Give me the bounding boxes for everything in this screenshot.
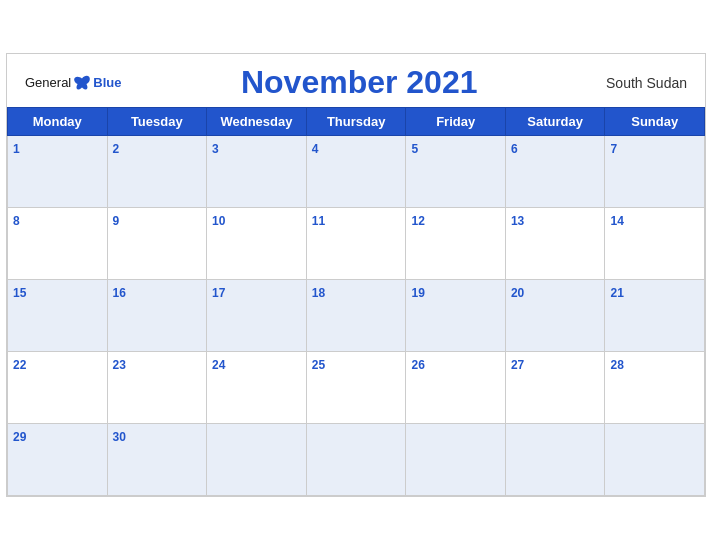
calendar-cell-w2-d2: 9 <box>107 208 207 280</box>
calendar-cell-w1-d7: 7 <box>605 136 705 208</box>
calendar-cell-w2-d5: 12 <box>406 208 505 280</box>
calendar-container: General Blue November 2021 South Sudan M… <box>6 53 706 497</box>
day-number: 14 <box>610 214 623 228</box>
day-number: 30 <box>113 430 126 444</box>
calendar-cell-w4-d6: 27 <box>505 352 605 424</box>
week-row-3: 15161718192021 <box>8 280 705 352</box>
week-row-1: 1234567 <box>8 136 705 208</box>
day-number: 28 <box>610 358 623 372</box>
week-row-5: 2930 <box>8 424 705 496</box>
day-number: 22 <box>13 358 26 372</box>
calendar-cell-w2-d1: 8 <box>8 208 108 280</box>
header-sunday: Sunday <box>605 108 705 136</box>
calendar-cell-w2-d7: 14 <box>605 208 705 280</box>
day-number: 17 <box>212 286 225 300</box>
calendar-cell-w5-d3 <box>207 424 307 496</box>
day-number: 23 <box>113 358 126 372</box>
country-label: South Sudan <box>597 75 687 91</box>
day-number: 1 <box>13 142 20 156</box>
calendar-cell-w4-d1: 22 <box>8 352 108 424</box>
logo-blue-text: Blue <box>93 75 121 90</box>
day-number: 3 <box>212 142 219 156</box>
day-number: 2 <box>113 142 120 156</box>
header-wednesday: Wednesday <box>207 108 307 136</box>
calendar-cell-w1-d4: 4 <box>306 136 406 208</box>
day-number: 27 <box>511 358 524 372</box>
header-thursday: Thursday <box>306 108 406 136</box>
calendar-cell-w3-d2: 16 <box>107 280 207 352</box>
calendar-cell-w5-d7 <box>605 424 705 496</box>
week-row-4: 22232425262728 <box>8 352 705 424</box>
day-number: 12 <box>411 214 424 228</box>
calendar-cell-w3-d6: 20 <box>505 280 605 352</box>
calendar-cell-w4-d2: 23 <box>107 352 207 424</box>
calendar-header: General Blue November 2021 South Sudan <box>7 54 705 107</box>
header-monday: Monday <box>8 108 108 136</box>
logo-text: General Blue <box>25 75 121 91</box>
week-row-2: 891011121314 <box>8 208 705 280</box>
day-number: 11 <box>312 214 325 228</box>
calendar-cell-w2-d3: 10 <box>207 208 307 280</box>
day-number: 25 <box>312 358 325 372</box>
day-number: 4 <box>312 142 319 156</box>
header-saturday: Saturday <box>505 108 605 136</box>
calendar-cell-w5-d6 <box>505 424 605 496</box>
calendar-cell-w2-d4: 11 <box>306 208 406 280</box>
calendar-cell-w1-d3: 3 <box>207 136 307 208</box>
day-number: 15 <box>13 286 26 300</box>
calendar-cell-w4-d7: 28 <box>605 352 705 424</box>
day-number: 6 <box>511 142 518 156</box>
month-title: November 2021 <box>121 64 597 101</box>
day-number: 5 <box>411 142 418 156</box>
calendar-cell-w3-d1: 15 <box>8 280 108 352</box>
calendar-cell-w4-d3: 24 <box>207 352 307 424</box>
calendar-cell-w4-d5: 26 <box>406 352 505 424</box>
calendar-cell-w5-d2: 30 <box>107 424 207 496</box>
header-friday: Friday <box>406 108 505 136</box>
day-number: 10 <box>212 214 225 228</box>
calendar-cell-w3-d5: 19 <box>406 280 505 352</box>
day-number: 24 <box>212 358 225 372</box>
calendar-cell-w1-d2: 2 <box>107 136 207 208</box>
calendar-cell-w3-d3: 17 <box>207 280 307 352</box>
day-number: 13 <box>511 214 524 228</box>
day-number: 29 <box>13 430 26 444</box>
calendar-cell-w1-d5: 5 <box>406 136 505 208</box>
logo-general-text: General <box>25 75 71 90</box>
day-number: 18 <box>312 286 325 300</box>
calendar-cell-w3-d7: 21 <box>605 280 705 352</box>
day-number: 9 <box>113 214 120 228</box>
calendar-cell-w5-d1: 29 <box>8 424 108 496</box>
calendar-cell-w5-d4 <box>306 424 406 496</box>
day-number: 7 <box>610 142 617 156</box>
calendar-cell-w2-d6: 13 <box>505 208 605 280</box>
calendar-cell-w1-d6: 6 <box>505 136 605 208</box>
logo-area: General Blue <box>25 75 121 91</box>
calendar-cell-w5-d5 <box>406 424 505 496</box>
logo-bird-icon <box>73 75 91 91</box>
weekday-header-row: Monday Tuesday Wednesday Thursday Friday… <box>8 108 705 136</box>
calendar-grid: Monday Tuesday Wednesday Thursday Friday… <box>7 107 705 496</box>
day-number: 8 <box>13 214 20 228</box>
day-number: 19 <box>411 286 424 300</box>
day-number: 20 <box>511 286 524 300</box>
calendar-cell-w1-d1: 1 <box>8 136 108 208</box>
day-number: 26 <box>411 358 424 372</box>
header-tuesday: Tuesday <box>107 108 207 136</box>
day-number: 16 <box>113 286 126 300</box>
calendar-cell-w4-d4: 25 <box>306 352 406 424</box>
calendar-cell-w3-d4: 18 <box>306 280 406 352</box>
day-number: 21 <box>610 286 623 300</box>
